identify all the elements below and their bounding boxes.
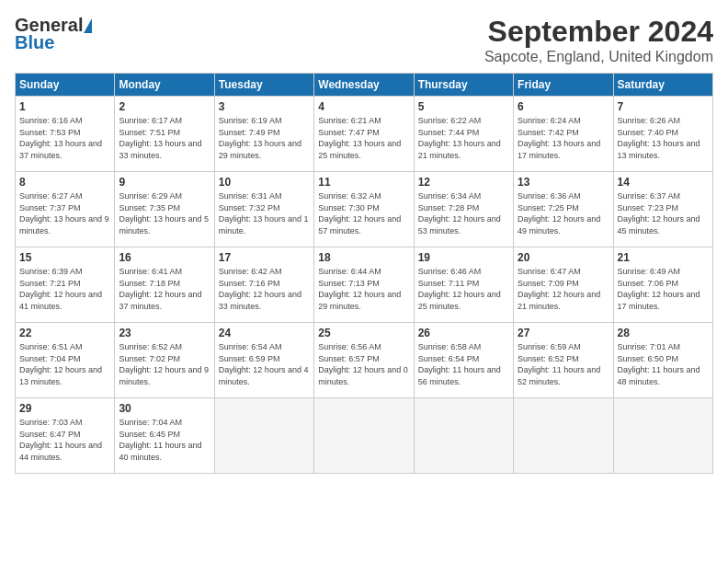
day-info: Sunrise: 6:24 AMSunset: 7:42 PMDaylight:… — [518, 115, 609, 161]
calendar-cell: 2 Sunrise: 6:17 AMSunset: 7:51 PMDayligh… — [115, 97, 214, 172]
day-number: 22 — [19, 327, 110, 339]
calendar-cell: 5 Sunrise: 6:22 AMSunset: 7:44 PMDayligh… — [414, 97, 513, 172]
day-info: Sunrise: 6:39 AMSunset: 7:21 PMDaylight:… — [19, 266, 110, 312]
calendar-cell: 16 Sunrise: 6:41 AMSunset: 7:18 PMDaylig… — [115, 247, 214, 323]
header: General Blue September 2024 Sapcote, Eng… — [15, 15, 713, 65]
calendar-cell: 4 Sunrise: 6:21 AMSunset: 7:47 PMDayligh… — [314, 97, 414, 172]
calendar-cell: 26 Sunrise: 6:58 AMSunset: 6:54 PMDaylig… — [414, 323, 513, 398]
calendar-subtitle: Sapcote, England, United Kingdom — [484, 49, 713, 65]
day-number: 8 — [19, 176, 110, 189]
calendar-cell: 11 Sunrise: 6:32 AMSunset: 7:30 PMDaylig… — [314, 172, 414, 247]
day-number: 21 — [618, 251, 709, 264]
page: General Blue September 2024 Sapcote, Eng… — [0, 0, 728, 563]
day-number: 11 — [318, 176, 409, 189]
title-section: September 2024 Sapcote, England, United … — [484, 15, 713, 65]
day-info: Sunrise: 6:22 AMSunset: 7:44 PMDaylight:… — [418, 115, 509, 161]
calendar-cell: 27 Sunrise: 6:59 AMSunset: 6:52 PMDaylig… — [514, 323, 613, 398]
calendar-cell: 12 Sunrise: 6:34 AMSunset: 7:28 PMDaylig… — [414, 172, 513, 247]
day-info: Sunrise: 6:49 AMSunset: 7:06 PMDaylight:… — [618, 266, 709, 312]
day-number: 12 — [418, 176, 509, 189]
weekday-header-row: Sunday Monday Tuesday Wednesday Thursday… — [16, 74, 713, 97]
day-info: Sunrise: 6:34 AMSunset: 7:28 PMDaylight:… — [418, 190, 509, 236]
week-row-3: 15 Sunrise: 6:39 AMSunset: 7:21 PMDaylig… — [16, 247, 713, 323]
day-number: 5 — [418, 100, 509, 113]
day-number: 2 — [119, 100, 210, 113]
day-number: 24 — [219, 327, 310, 339]
calendar-cell: 19 Sunrise: 6:46 AMSunset: 7:11 PMDaylig… — [414, 247, 513, 323]
day-info: Sunrise: 6:46 AMSunset: 7:11 PMDaylight:… — [418, 266, 509, 312]
day-info: Sunrise: 7:03 AMSunset: 6:47 PMDaylight:… — [19, 417, 110, 463]
day-info: Sunrise: 6:58 AMSunset: 6:54 PMDaylight:… — [418, 341, 509, 387]
day-number: 29 — [19, 402, 110, 415]
day-info: Sunrise: 6:59 AMSunset: 6:52 PMDaylight:… — [518, 341, 609, 387]
day-number: 4 — [318, 100, 409, 113]
day-number: 27 — [518, 327, 609, 339]
logo-triangle-icon — [84, 18, 92, 33]
day-number: 16 — [119, 251, 210, 264]
calendar-cell: 17 Sunrise: 6:42 AMSunset: 7:16 PMDaylig… — [214, 247, 313, 323]
day-info: Sunrise: 6:47 AMSunset: 7:09 PMDaylight:… — [518, 266, 609, 312]
day-number: 1 — [19, 100, 110, 113]
day-info: Sunrise: 6:36 AMSunset: 7:25 PMDaylight:… — [518, 190, 609, 236]
day-info: Sunrise: 6:27 AMSunset: 7:37 PMDaylight:… — [19, 190, 110, 236]
calendar-cell: 23 Sunrise: 6:52 AMSunset: 7:02 PMDaylig… — [115, 323, 214, 398]
calendar-cell — [514, 398, 613, 474]
calendar-cell: 8 Sunrise: 6:27 AMSunset: 7:37 PMDayligh… — [16, 172, 115, 247]
calendar-cell: 22 Sunrise: 6:51 AMSunset: 7:04 PMDaylig… — [16, 323, 115, 398]
day-number: 9 — [119, 176, 210, 189]
day-info: Sunrise: 6:31 AMSunset: 7:32 PMDaylight:… — [219, 190, 310, 236]
day-number: 28 — [618, 327, 709, 339]
calendar-cell: 7 Sunrise: 6:26 AMSunset: 7:40 PMDayligh… — [613, 97, 712, 172]
day-number: 17 — [219, 251, 310, 264]
day-info: Sunrise: 6:51 AMSunset: 7:04 PMDaylight:… — [19, 341, 110, 387]
day-info: Sunrise: 6:52 AMSunset: 7:02 PMDaylight:… — [119, 341, 210, 387]
calendar-cell — [214, 398, 313, 474]
day-info: Sunrise: 6:56 AMSunset: 6:57 PMDaylight:… — [318, 341, 409, 387]
day-number: 26 — [418, 327, 509, 339]
day-info: Sunrise: 6:21 AMSunset: 7:47 PMDaylight:… — [318, 115, 409, 161]
calendar-cell: 25 Sunrise: 6:56 AMSunset: 6:57 PMDaylig… — [314, 323, 414, 398]
calendar-cell: 30 Sunrise: 7:04 AMSunset: 6:45 PMDaylig… — [115, 398, 214, 474]
calendar-cell: 20 Sunrise: 6:47 AMSunset: 7:09 PMDaylig… — [514, 247, 613, 323]
day-info: Sunrise: 7:04 AMSunset: 6:45 PMDaylight:… — [119, 417, 210, 463]
day-number: 7 — [618, 100, 709, 113]
day-info: Sunrise: 6:17 AMSunset: 7:51 PMDaylight:… — [119, 115, 210, 161]
calendar-table: Sunday Monday Tuesday Wednesday Thursday… — [15, 73, 713, 474]
calendar-cell: 14 Sunrise: 6:37 AMSunset: 7:23 PMDaylig… — [613, 172, 712, 247]
header-friday: Friday — [514, 74, 613, 97]
day-number: 25 — [318, 327, 409, 339]
day-info: Sunrise: 6:26 AMSunset: 7:40 PMDaylight:… — [618, 115, 709, 161]
day-info: Sunrise: 6:29 AMSunset: 7:35 PMDaylight:… — [119, 190, 210, 236]
day-info: Sunrise: 6:32 AMSunset: 7:30 PMDaylight:… — [318, 190, 409, 236]
week-row-4: 22 Sunrise: 6:51 AMSunset: 7:04 PMDaylig… — [16, 323, 713, 398]
day-number: 20 — [518, 251, 609, 264]
calendar-cell: 10 Sunrise: 6:31 AMSunset: 7:32 PMDaylig… — [214, 172, 313, 247]
calendar-cell: 21 Sunrise: 6:49 AMSunset: 7:06 PMDaylig… — [613, 247, 712, 323]
day-number: 14 — [618, 176, 709, 189]
day-number: 23 — [119, 327, 210, 339]
header-thursday: Thursday — [414, 74, 513, 97]
logo-blue: Blue — [15, 32, 54, 53]
header-tuesday: Tuesday — [214, 74, 313, 97]
day-number: 15 — [19, 251, 110, 264]
day-info: Sunrise: 6:41 AMSunset: 7:18 PMDaylight:… — [119, 266, 210, 312]
calendar-cell — [314, 398, 414, 474]
logo: General Blue — [15, 15, 92, 53]
day-info: Sunrise: 6:44 AMSunset: 7:13 PMDaylight:… — [318, 266, 409, 312]
calendar-cell: 3 Sunrise: 6:19 AMSunset: 7:49 PMDayligh… — [214, 97, 313, 172]
header-monday: Monday — [115, 74, 214, 97]
day-number: 6 — [518, 100, 609, 113]
day-number: 18 — [318, 251, 409, 264]
calendar-cell: 28 Sunrise: 7:01 AMSunset: 6:50 PMDaylig… — [613, 323, 712, 398]
header-wednesday: Wednesday — [314, 74, 414, 97]
header-saturday: Saturday — [613, 74, 712, 97]
calendar-cell — [414, 398, 513, 474]
calendar-cell: 1 Sunrise: 6:16 AMSunset: 7:53 PMDayligh… — [16, 97, 115, 172]
day-info: Sunrise: 6:37 AMSunset: 7:23 PMDaylight:… — [618, 190, 709, 236]
day-info: Sunrise: 6:16 AMSunset: 7:53 PMDaylight:… — [19, 115, 110, 161]
week-row-2: 8 Sunrise: 6:27 AMSunset: 7:37 PMDayligh… — [16, 172, 713, 247]
header-sunday: Sunday — [16, 74, 115, 97]
day-info: Sunrise: 6:42 AMSunset: 7:16 PMDaylight:… — [219, 266, 310, 312]
day-info: Sunrise: 6:54 AMSunset: 6:59 PMDaylight:… — [219, 341, 310, 387]
calendar-cell: 24 Sunrise: 6:54 AMSunset: 6:59 PMDaylig… — [214, 323, 313, 398]
